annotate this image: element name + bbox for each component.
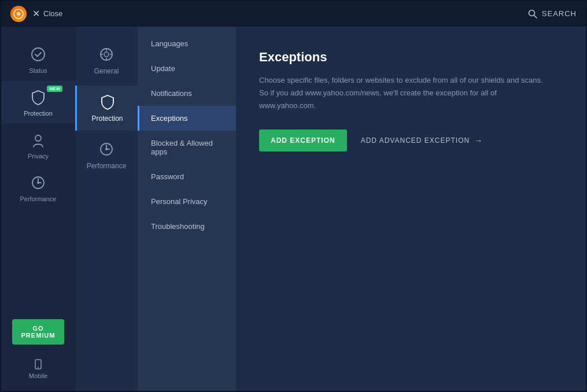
nav-protection-label: Protection bbox=[24, 110, 53, 117]
avast-logo bbox=[10, 6, 27, 22]
svg-point-8 bbox=[38, 367, 39, 368]
menu-item-notifications[interactable]: Notifications bbox=[138, 81, 236, 106]
section-general-label: General bbox=[94, 67, 119, 75]
title-bar-left: ✕ Close bbox=[10, 6, 62, 22]
nav-item-mobile[interactable]: Mobile bbox=[24, 354, 52, 384]
protection-icon bbox=[29, 88, 47, 106]
nav-status-label: Status bbox=[29, 67, 47, 74]
general-section-icon bbox=[98, 46, 115, 62]
menu-item-troubleshooting[interactable]: Troubleshooting bbox=[138, 214, 236, 239]
section-protection[interactable]: Protection bbox=[75, 86, 138, 131]
privacy-icon bbox=[29, 131, 47, 149]
nav-privacy-label: Privacy bbox=[28, 153, 49, 160]
mobile-label: Mobile bbox=[29, 372, 47, 379]
svg-line-2 bbox=[534, 15, 537, 18]
menu-item-personal-privacy[interactable]: Personal Privacy bbox=[138, 189, 236, 214]
menu-item-exceptions[interactable]: Exceptions bbox=[138, 106, 236, 131]
add-advanced-label: ADD ADVANCED EXCEPTION bbox=[361, 136, 470, 145]
title-bar: ✕ Close SEARCH bbox=[1, 1, 586, 27]
svg-point-4 bbox=[35, 135, 41, 141]
close-icon: ✕ bbox=[32, 8, 40, 19]
section-general[interactable]: General bbox=[75, 38, 138, 83]
main-layout: Status NEW Protection Privacy bbox=[1, 27, 586, 392]
search-button[interactable]: SEARCH bbox=[528, 9, 577, 19]
svg-point-10 bbox=[104, 52, 109, 57]
search-label: SEARCH bbox=[542, 9, 577, 18]
nav-item-privacy[interactable]: Privacy bbox=[1, 124, 75, 167]
go-premium-button[interactable]: GO PREMIUM bbox=[12, 319, 64, 345]
menu-sidebar: Languages Update Notifications Exception… bbox=[138, 27, 236, 392]
section-protection-icon bbox=[99, 94, 116, 110]
close-button[interactable]: ✕ Close bbox=[32, 8, 62, 19]
section-performance-label: Performance bbox=[87, 162, 127, 170]
menu-item-languages[interactable]: Languages bbox=[138, 31, 236, 56]
new-badge: NEW bbox=[47, 86, 62, 92]
svg-point-16 bbox=[105, 148, 108, 150]
actions-row: ADD EXCEPTION ADD ADVANCED EXCEPTION → bbox=[259, 130, 563, 151]
menu-item-password[interactable]: Password bbox=[138, 164, 236, 189]
section-performance-icon bbox=[98, 141, 115, 157]
icon-sidebar: Status NEW Protection Privacy bbox=[1, 27, 75, 392]
section-performance[interactable]: Performance bbox=[75, 133, 138, 178]
section-sidebar: General Protection Performance bbox=[75, 27, 138, 392]
add-exception-button[interactable]: ADD EXCEPTION bbox=[259, 130, 347, 151]
content-description: Choose specific files, folders or websit… bbox=[259, 74, 548, 112]
performance-icon bbox=[29, 173, 47, 192]
search-icon bbox=[528, 9, 537, 19]
svg-point-6 bbox=[37, 182, 39, 184]
nav-item-protection[interactable]: NEW Protection bbox=[1, 81, 75, 124]
section-protection-label: Protection bbox=[91, 114, 123, 123]
add-advanced-exception-link[interactable]: ADD ADVANCED EXCEPTION → bbox=[361, 136, 483, 145]
arrow-right-icon: → bbox=[474, 136, 483, 145]
svg-point-3 bbox=[32, 48, 45, 61]
nav-item-performance[interactable]: Performance bbox=[1, 167, 75, 209]
content-area: Exceptions Choose specific files, folder… bbox=[236, 27, 586, 392]
status-icon bbox=[29, 45, 47, 64]
nav-item-status[interactable]: Status bbox=[1, 38, 75, 81]
page-title: Exceptions bbox=[259, 50, 563, 65]
close-label: Close bbox=[43, 9, 62, 18]
mobile-icon bbox=[32, 358, 44, 370]
menu-item-update[interactable]: Update bbox=[138, 56, 236, 81]
menu-item-blocked-allowed[interactable]: Blocked & Allowed apps bbox=[138, 131, 236, 164]
nav-performance-label: Performance bbox=[20, 195, 57, 202]
